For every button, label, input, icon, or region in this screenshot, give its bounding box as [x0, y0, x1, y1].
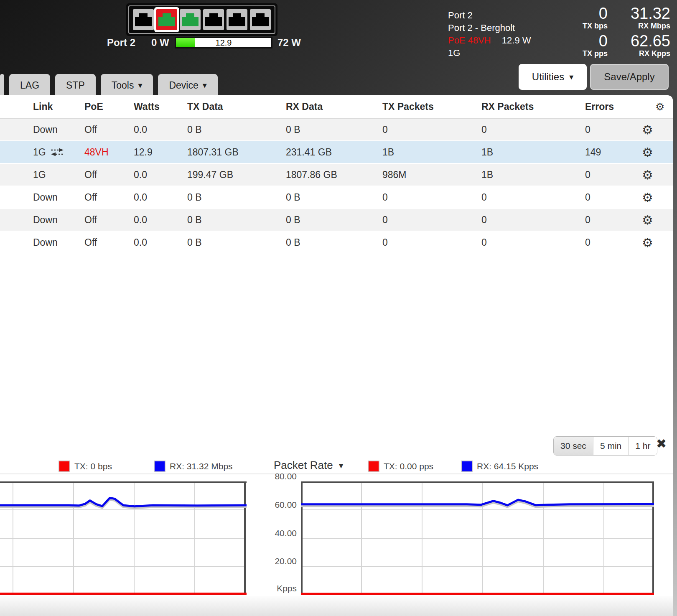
col-tx-packets: TX Packets: [382, 95, 434, 118]
col-rx-packets: RX Packets: [481, 95, 534, 118]
stat-tx-bps: 0 TX bps: [583, 5, 608, 30]
panel-footer: [0, 596, 673, 616]
rj45-jack-icon: [158, 13, 175, 26]
throughput-legend-tx: TX: 0 bps: [59, 461, 112, 472]
table-row-port-6[interactable]: Down Off 0.0 0 B 0 B 0 0 0 ⚙: [0, 232, 673, 253]
packet-legend-tx: TX: 0.00 pps: [368, 461, 433, 472]
port-diagram-inner: [128, 5, 275, 34]
packet-rate-chart: [301, 481, 654, 595]
table-row-port-3[interactable]: 1G Off 0.0 199.47 GB 1807.86 GB 986M 1B …: [0, 164, 673, 186]
table-row-port-4[interactable]: Down Off 0.0 0 B 0 B 0 0 0 ⚙: [0, 186, 673, 208]
tab-bar: LAG STP Tools▼ Device▼: [0, 74, 218, 97]
caret-down-icon: ▼: [569, 74, 573, 80]
y-axis-unit: Kpps: [242, 583, 297, 593]
packet-rate-dropdown[interactable]: Packet Rate ▼: [274, 459, 343, 472]
tab-tools[interactable]: Tools▼: [101, 74, 153, 97]
throughput-chart: [0, 481, 247, 595]
power-max-label: 72 W: [277, 37, 301, 48]
rj45-jack-icon: [252, 13, 269, 26]
rx-color-swatch: [154, 461, 165, 472]
tx-color-swatch: [59, 461, 70, 472]
time-range-group: 30 sec 5 min 1 hr: [553, 436, 657, 456]
throughput-legend-rx: RX: 31.32 Mbps: [154, 461, 233, 472]
port-stats: 0 TX bps 31.32 RX Mbps 0 TX pps 62.65 RX…: [583, 5, 670, 58]
port-5[interactable]: [227, 9, 247, 30]
utilities-button[interactable]: Utilities ▼: [519, 64, 587, 90]
port-1[interactable]: [133, 9, 154, 30]
tx-color-swatch: [368, 461, 379, 472]
tab-device[interactable]: Device▼: [158, 74, 217, 97]
col-tx-data: TX Data: [187, 95, 223, 118]
rj45-jack-icon: [182, 13, 199, 26]
col-errors: Errors: [585, 95, 614, 118]
table-row-port-1[interactable]: Down Off 0.0 0 B 0 B 0 0 0 ⚙: [0, 119, 673, 140]
port-info-speed: 1G: [448, 47, 531, 59]
port-info-poe: PoE 48VH: [448, 35, 491, 46]
port-info-watts: 12.9 W: [502, 35, 531, 46]
row-gear-icon[interactable]: ⚙: [642, 141, 653, 163]
col-link: Link: [33, 95, 53, 118]
rx-color-swatch: [461, 461, 473, 472]
rj45-jack-icon: [205, 13, 222, 26]
row-gear-icon[interactable]: ⚙: [642, 186, 653, 208]
table-row-port-2[interactable]: 1G 48VH 12.9 1807.31 GB 231.41 GB 1B 1B …: [0, 141, 673, 163]
stat-tx-pps: 0 TX pps: [583, 33, 608, 58]
bidirectional-traffic-icon: [50, 147, 64, 157]
ytick-20: 20.00: [242, 556, 297, 566]
power-usage-bar: 12.9: [175, 37, 272, 48]
range-5min-button[interactable]: 5 min: [593, 437, 629, 455]
rj45-jack-icon: [135, 13, 152, 26]
caret-down-icon: ▼: [339, 463, 344, 468]
port-6[interactable]: [250, 9, 271, 30]
range-1hr-button[interactable]: 1 hr: [629, 437, 657, 455]
caret-down-icon: ▼: [203, 83, 207, 88]
power-port-label: Port 2: [107, 37, 135, 48]
packet-legend-rx: RX: 64.15 Kpps: [461, 461, 538, 472]
col-rx-data: RX Data: [286, 95, 323, 118]
power-usage-value: 12.9: [176, 38, 271, 48]
caret-down-icon: ▼: [138, 83, 142, 88]
row-gear-icon[interactable]: ⚙: [642, 209, 653, 231]
row-gear-icon[interactable]: ⚙: [642, 119, 653, 140]
ytick-40: 40.00: [242, 528, 297, 538]
port-3[interactable]: [180, 9, 201, 30]
ytick-80: 80.00: [242, 471, 297, 481]
tab-lag[interactable]: LAG: [9, 74, 50, 97]
range-30sec-button[interactable]: 30 sec: [554, 437, 593, 455]
col-watts: Watts: [134, 95, 160, 118]
port-2[interactable]: [156, 9, 177, 30]
port-info-description: Port 2 - Bergholt: [448, 22, 531, 34]
ytick-60: 60.00: [242, 500, 297, 510]
row-gear-icon[interactable]: ⚙: [642, 232, 653, 253]
table-row-port-5[interactable]: Down Off 0.0 0 B 0 B 0 0 0 ⚙: [0, 209, 673, 231]
table-settings-gear-icon[interactable]: ⚙: [655, 95, 664, 118]
port-4[interactable]: [203, 9, 224, 30]
table-header: Link PoE Watts TX Data RX Data TX Packet…: [0, 95, 673, 119]
tab-stp[interactable]: STP: [55, 74, 96, 97]
row-gear-icon[interactable]: ⚙: [642, 164, 653, 186]
save-apply-button[interactable]: Save/Apply: [590, 64, 669, 90]
col-poe: PoE: [84, 95, 103, 118]
port-diagram: [126, 3, 277, 36]
stat-rx-kpps: 62.65 RX Kpps: [631, 33, 670, 58]
charts-separator: [0, 473, 673, 474]
poe-power-row: Port 2 0 W 12.9 72 W: [0, 37, 318, 49]
content-panel: Link PoE Watts TX Data RX Data TX Packet…: [0, 95, 673, 616]
close-charts-icon[interactable]: ✖: [656, 436, 667, 451]
stat-rx-mbps: 31.32 RX Mbps: [631, 5, 670, 30]
tab-partial[interactable]: [0, 74, 4, 97]
selected-port-info: Port 2 Port 2 - Bergholt PoE 48VH 12.9 W…: [448, 9, 531, 59]
rj45-jack-icon: [229, 13, 245, 26]
top-header: Port 2 0 W 12.9 72 W Port 2 Port 2 - Ber…: [0, 0, 677, 97]
port-info-name: Port 2: [448, 9, 531, 22]
power-min-label: 0 W: [151, 37, 169, 48]
